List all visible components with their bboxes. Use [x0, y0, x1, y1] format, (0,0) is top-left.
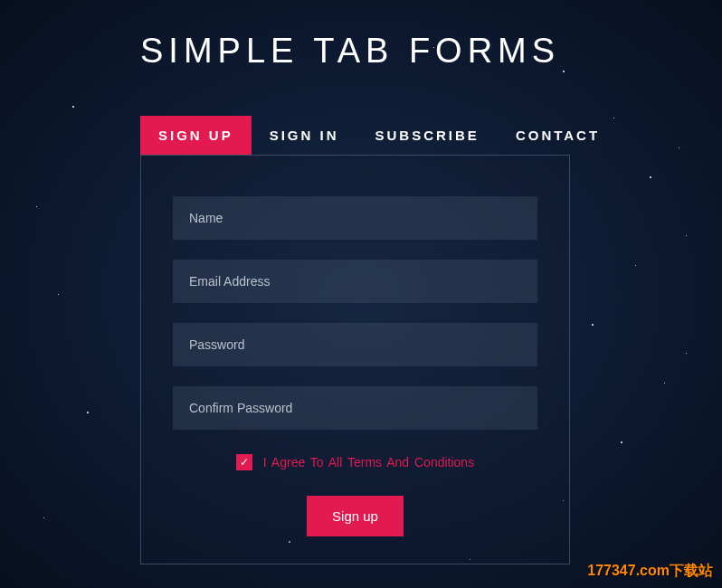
watermark: 177347.com下载站 [587, 562, 713, 581]
signup-button[interactable]: Sign up [307, 496, 404, 536]
tab-subscribe[interactable]: SUBSCRIBE [357, 116, 498, 155]
tab-contact[interactable]: CONTACT [498, 116, 618, 155]
terms-label[interactable]: I Agree To All Terms And Conditions [263, 455, 474, 469]
name-input[interactable] [173, 196, 537, 240]
terms-checkbox-row: ✓ I Agree To All Terms And Conditions [173, 454, 537, 470]
tab-signup[interactable]: SIGN UP [140, 116, 252, 155]
terms-checkbox[interactable]: ✓ [236, 454, 252, 470]
page-title: SIMPLE TAB FORMS [140, 32, 677, 71]
signup-form-panel: ✓ I Agree To All Terms And Conditions Si… [140, 155, 570, 564]
tab-signin[interactable]: SIGN IN [252, 116, 357, 155]
password-input[interactable] [173, 323, 537, 366]
confirm-password-input[interactable] [173, 386, 537, 430]
check-icon: ✓ [240, 456, 249, 469]
tab-list: SIGN UP SIGN IN SUBSCRIBE CONTACT [140, 116, 677, 155]
email-input[interactable] [173, 260, 537, 303]
